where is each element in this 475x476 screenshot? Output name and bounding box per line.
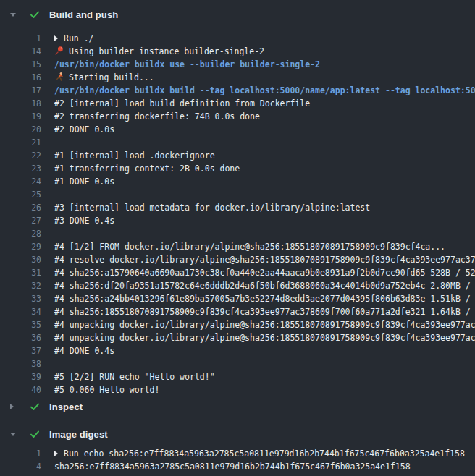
log-line: 27#3 DONE 0.4s bbox=[0, 214, 475, 227]
log-line: 1Run echo sha256:e7ff8834a5963a2785c5a08… bbox=[0, 447, 475, 460]
section-header-build-and-push[interactable]: Build and push bbox=[0, 6, 475, 23]
line-number[interactable]: 40 bbox=[0, 383, 41, 396]
log-line-content: Run ./ bbox=[54, 32, 475, 45]
line-number[interactable]: 39 bbox=[0, 370, 41, 383]
expand-arrow-icon[interactable] bbox=[54, 35, 58, 41]
log-line: 40#5 0.060 Hello world! bbox=[0, 383, 475, 396]
log-text: /usr/bin/docker buildx build --tag local… bbox=[54, 85, 475, 95]
log-line-content: #4 [1/2] FROM docker.io/library/alpine@s… bbox=[54, 240, 475, 253]
log-line: 17/usr/bin/docker buildx build --tag loc… bbox=[0, 84, 475, 97]
section-title: Image digest bbox=[49, 429, 108, 440]
log-line-content: Starting build... bbox=[54, 71, 475, 84]
log-text: #2 [internal] load build definition from… bbox=[54, 98, 310, 109]
log-line: 16Starting build... bbox=[0, 71, 475, 84]
log-line: 22#1 [internal] load .dockerignore bbox=[0, 149, 475, 162]
line-number[interactable]: 24 bbox=[0, 175, 41, 188]
log-line-content: #3 DONE 0.4s bbox=[54, 214, 475, 227]
line-number[interactable]: 38 bbox=[0, 357, 41, 370]
line-number[interactable]: 27 bbox=[0, 214, 41, 227]
log-text: #4 resolve docker.io/library/alpine@sha2… bbox=[54, 255, 475, 265]
line-number[interactable]: 37 bbox=[0, 344, 41, 357]
check-icon bbox=[29, 9, 41, 20]
log-line-content: #5 0.060 Hello world! bbox=[54, 383, 475, 396]
log-line-content: sha256:e7ff8834a5963a2785c5a0811e979d16b… bbox=[54, 460, 475, 473]
log-line-content: #4 sha256:185518070891758909c9f839cf4ca3… bbox=[54, 305, 475, 318]
section-title: Inspect bbox=[49, 401, 83, 412]
log-line-content: #3 [internal] load metadata for docker.i… bbox=[54, 201, 475, 214]
log-text: sha256:e7ff8834a5963a2785c5a0811e979d16b… bbox=[54, 462, 411, 472]
log-text: #5 [2/2] RUN echo "Hello world!" bbox=[54, 372, 215, 382]
line-number[interactable]: 1 bbox=[0, 32, 41, 45]
log-line-content: #2 [internal] load build definition from… bbox=[54, 97, 475, 110]
line-number[interactable]: 1 bbox=[0, 447, 41, 460]
line-number[interactable]: 22 bbox=[0, 149, 41, 162]
line-number[interactable]: 21 bbox=[0, 136, 41, 149]
chevron-right-icon[interactable] bbox=[10, 404, 17, 409]
chevron-shape bbox=[10, 13, 16, 17]
log-line-content: /usr/bin/docker buildx build --tag local… bbox=[54, 84, 475, 97]
line-number[interactable]: 34 bbox=[0, 305, 41, 318]
log-line-content: #5 [2/2] RUN echo "Hello world!" bbox=[54, 370, 475, 383]
log-line: 19#2 transferring dockerfile: 74B 0.0s d… bbox=[0, 110, 475, 123]
log-line-content bbox=[54, 188, 475, 201]
section-title: Build and push bbox=[49, 9, 118, 20]
section-header-image-digest[interactable]: Image digest bbox=[0, 425, 475, 443]
log-line: 18#2 [internal] load build definition fr… bbox=[0, 97, 475, 110]
log-line: 30#4 resolve docker.io/library/alpine@sh… bbox=[0, 253, 475, 266]
log-line-content bbox=[54, 136, 475, 149]
expand-arrow-icon[interactable] bbox=[54, 451, 58, 456]
section-header-inspect[interactable]: Inspect bbox=[0, 398, 475, 415]
log-line: 29#4 [1/2] FROM docker.io/library/alpine… bbox=[0, 240, 475, 253]
log-line-content: #4 resolve docker.io/library/alpine@sha2… bbox=[54, 253, 475, 266]
log-text: #4 sha256:a15790640a6690aa1730c38cf0a440… bbox=[54, 268, 475, 278]
log-line-content: #4 sha256:a24bb4013296f61e89ba57005a7b3e… bbox=[54, 292, 475, 305]
log-text: #4 [1/2] FROM docker.io/library/alpine@s… bbox=[54, 242, 445, 252]
log-line-content: /usr/bin/docker buildx use --builder bui… bbox=[54, 58, 475, 71]
log-line: 38 bbox=[0, 357, 475, 370]
log-text: #1 DONE 0.0s bbox=[54, 177, 114, 187]
log-line: 33#4 sha256:a24bb4013296f61e89ba57005a7b… bbox=[0, 292, 475, 305]
line-number[interactable]: 17 bbox=[0, 84, 41, 97]
log-line-content: #2 transferring dockerfile: 74B 0.0s don… bbox=[54, 110, 475, 123]
log-line: 31#4 sha256:a15790640a6690aa1730c38cf0a4… bbox=[0, 266, 475, 279]
runner-icon bbox=[54, 72, 64, 82]
line-number[interactable]: 32 bbox=[0, 279, 41, 292]
log-line-content: #4 unpacking docker.io/library/alpine@sh… bbox=[54, 318, 475, 331]
line-number[interactable]: 20 bbox=[0, 123, 41, 136]
log-text: Run ./ bbox=[64, 33, 94, 43]
line-number[interactable]: 16 bbox=[0, 71, 41, 84]
log-viewer: Build and push1Run ./14Using builder ins… bbox=[0, 0, 475, 476]
line-number[interactable]: 14 bbox=[0, 45, 41, 58]
log-lines-build-and-push: 1Run ./14Using builder instance builder-… bbox=[0, 32, 475, 396]
chevron-shape bbox=[10, 433, 16, 436]
log-text: #4 sha256:df20fa9351a15782c64e6dddb2d4a6… bbox=[54, 281, 475, 291]
pushpin-icon bbox=[54, 46, 64, 56]
line-number[interactable]: 19 bbox=[0, 110, 41, 123]
line-number[interactable]: 31 bbox=[0, 266, 41, 279]
line-number[interactable]: 18 bbox=[0, 97, 41, 110]
line-number[interactable]: 28 bbox=[0, 227, 41, 240]
line-number[interactable]: 36 bbox=[0, 331, 41, 344]
log-line-content: #4 sha256:a15790640a6690aa1730c38cf0a440… bbox=[54, 266, 475, 279]
log-text: Run echo sha256:e7ff8834a5963a2785c5a081… bbox=[64, 449, 465, 459]
chevron-down-icon[interactable] bbox=[10, 433, 17, 436]
log-line-content: Using builder instance builder-single-2 bbox=[54, 45, 475, 58]
log-line: 37#4 DONE 0.4s bbox=[0, 344, 475, 357]
line-number[interactable]: 26 bbox=[0, 201, 41, 214]
line-number[interactable]: 30 bbox=[0, 253, 41, 266]
log-text: #2 transferring dockerfile: 74B 0.0s don… bbox=[54, 111, 260, 122]
log-line: 34#4 sha256:185518070891758909c9f839cf4c… bbox=[0, 305, 475, 318]
log-line: 39#5 [2/2] RUN echo "Hello world!" bbox=[0, 370, 475, 383]
line-number[interactable]: 23 bbox=[0, 162, 41, 175]
chevron-down-icon[interactable] bbox=[10, 13, 17, 17]
line-number[interactable]: 29 bbox=[0, 240, 41, 253]
log-text: #3 [internal] load metadata for docker.i… bbox=[54, 203, 370, 213]
line-number[interactable]: 33 bbox=[0, 292, 41, 305]
line-number[interactable]: 35 bbox=[0, 318, 41, 331]
log-text: #5 0.060 Hello world! bbox=[54, 385, 159, 395]
log-line: 26#3 [internal] load metadata for docker… bbox=[0, 201, 475, 214]
line-number[interactable]: 25 bbox=[0, 188, 41, 201]
line-number[interactable]: 15 bbox=[0, 58, 41, 71]
line-number[interactable]: 4 bbox=[0, 460, 41, 473]
check-icon bbox=[29, 401, 41, 412]
